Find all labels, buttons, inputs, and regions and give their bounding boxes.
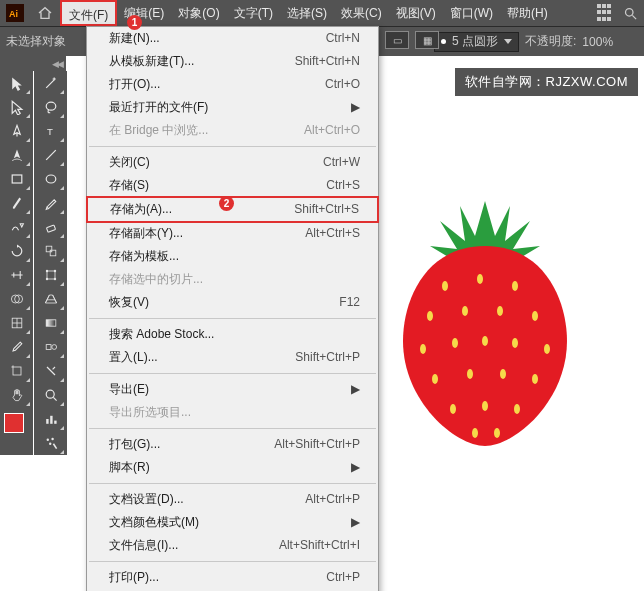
strawberry-artwork bbox=[385, 191, 585, 451]
menuitem-打开o[interactable]: 打开(O)...Ctrl+O bbox=[87, 73, 378, 96]
menu-separator bbox=[89, 428, 376, 429]
svg-point-53 bbox=[482, 401, 488, 411]
menuitem-打印p[interactable]: 打印(P)...Ctrl+P bbox=[87, 566, 378, 589]
tool-free-transform[interactable] bbox=[37, 263, 65, 287]
menuitem-存储副本y[interactable]: 存储副本(Y)...Alt+Ctrl+S bbox=[87, 222, 378, 245]
menuitem-最近打开的文件f[interactable]: 最近打开的文件(F)▶ bbox=[87, 96, 378, 119]
menuitem-文件信息i[interactable]: 文件信息(I)...Alt+Shift+Ctrl+I bbox=[87, 534, 378, 557]
menuitem-恢复v[interactable]: 恢复(V)F12 bbox=[87, 291, 378, 314]
fill-swatch[interactable] bbox=[2, 413, 32, 437]
menuitem-打包g[interactable]: 打包(G)...Alt+Shift+Ctrl+P bbox=[87, 433, 378, 456]
tool-pencil[interactable] bbox=[37, 191, 65, 215]
tool-rotate[interactable] bbox=[3, 239, 31, 263]
svg-point-24 bbox=[53, 278, 55, 280]
file-menu-dropdown: 新建(N)...Ctrl+N从模板新建(T)...Shift+Ctrl+N打开(… bbox=[86, 26, 379, 591]
menuitem-文档颜色模式m[interactable]: 文档颜色模式(M)▶ bbox=[87, 511, 378, 534]
tool-artboard[interactable] bbox=[3, 359, 31, 383]
tool-mesh[interactable] bbox=[3, 311, 31, 335]
tool-pen[interactable] bbox=[3, 119, 31, 143]
menuitem-从模板新建t[interactable]: 从模板新建(T)...Shift+Ctrl+N bbox=[87, 50, 378, 73]
menu-separator bbox=[89, 318, 376, 319]
menuitem-关闭c[interactable]: 关闭(C)Ctrl+W bbox=[87, 151, 378, 174]
svg-point-35 bbox=[49, 443, 51, 445]
selection-status: 未选择对象 bbox=[6, 33, 66, 50]
svg-point-21 bbox=[45, 270, 47, 272]
tool-column-graph[interactable] bbox=[37, 407, 65, 431]
menu-文件f[interactable]: 文件(F) bbox=[60, 0, 117, 26]
tool-hand[interactable] bbox=[3, 383, 31, 407]
svg-point-48 bbox=[432, 374, 438, 384]
menuitem-导出所选项目: 导出所选项目... bbox=[87, 401, 378, 424]
svg-point-43 bbox=[420, 344, 426, 354]
svg-rect-32 bbox=[54, 421, 56, 424]
svg-point-22 bbox=[53, 270, 55, 272]
tool-eyedropper[interactable] bbox=[3, 335, 31, 359]
menuitem-新建n[interactable]: 新建(N)...Ctrl+N bbox=[87, 27, 378, 50]
tool-slice[interactable] bbox=[37, 359, 65, 383]
tool-zoom[interactable] bbox=[37, 383, 65, 407]
workspace-switcher-icon[interactable] bbox=[597, 4, 615, 22]
menuitem-脚本r[interactable]: 脚本(R)▶ bbox=[87, 456, 378, 479]
toolbar-right: T bbox=[34, 71, 67, 455]
menu-窗口w[interactable]: 窗口(W) bbox=[443, 0, 500, 26]
menu-separator bbox=[89, 373, 376, 374]
menu-选择s[interactable]: 选择(S) bbox=[280, 0, 334, 26]
svg-point-39 bbox=[427, 311, 433, 321]
tool-shaper[interactable] bbox=[3, 215, 31, 239]
toolbar-collapse[interactable]: ◀◀ bbox=[0, 56, 66, 71]
menuitem-导出e[interactable]: 导出(E)▶ bbox=[87, 378, 378, 401]
svg-rect-19 bbox=[50, 250, 56, 256]
tool-direct-select[interactable] bbox=[3, 95, 31, 119]
tool-type[interactable]: T bbox=[37, 119, 65, 143]
tool-paintbrush[interactable] bbox=[3, 191, 31, 215]
menu-文字t[interactable]: 文字(T) bbox=[227, 0, 280, 26]
tool-shape-builder[interactable] bbox=[3, 287, 31, 311]
svg-point-54 bbox=[514, 404, 520, 414]
search-icon[interactable] bbox=[623, 6, 638, 21]
submenu-arrow-icon: ▶ bbox=[351, 381, 360, 398]
home-icon[interactable] bbox=[30, 0, 60, 26]
menuitem-存储s[interactable]: 存储(S)Ctrl+S bbox=[87, 174, 378, 197]
tool-perspective[interactable] bbox=[37, 287, 65, 311]
tool-blend[interactable] bbox=[37, 335, 65, 359]
arrange-icon[interactable]: ▦ bbox=[415, 31, 439, 49]
menu-效果c[interactable]: 效果(C) bbox=[334, 0, 389, 26]
watermark-text: 软件自学网：RJZXW.COM bbox=[455, 68, 639, 96]
tool-rectangle[interactable] bbox=[3, 167, 31, 191]
submenu-arrow-icon: ▶ bbox=[351, 99, 360, 116]
tool-eraser[interactable] bbox=[37, 215, 65, 239]
tool-selection[interactable] bbox=[3, 71, 31, 95]
stroke-profile-select[interactable]: 5 点圆形 bbox=[434, 32, 519, 52]
tool-symbol-sprayer[interactable] bbox=[37, 431, 65, 455]
menuitem-置入l[interactable]: 置入(L)...Shift+Ctrl+P bbox=[87, 346, 378, 369]
menuitem-搜索adobestock[interactable]: 搜索 Adobe Stock... bbox=[87, 323, 378, 346]
tool-ellipse[interactable] bbox=[37, 167, 65, 191]
svg-rect-31 bbox=[50, 416, 52, 424]
tool-lasso[interactable] bbox=[37, 95, 65, 119]
tool-width[interactable] bbox=[3, 263, 31, 287]
svg-point-50 bbox=[500, 369, 506, 379]
annotation-badge-2: 2 bbox=[219, 196, 234, 211]
stroke-profile-label: 5 点圆形 bbox=[452, 33, 498, 50]
menu-编辑e[interactable]: 编辑(E) bbox=[117, 0, 171, 26]
tool-curvature[interactable] bbox=[3, 143, 31, 167]
svg-rect-10 bbox=[13, 367, 21, 375]
tool-gradient[interactable] bbox=[37, 311, 65, 335]
svg-point-47 bbox=[544, 344, 550, 354]
tool-scale[interactable] bbox=[37, 239, 65, 263]
menuitem-存储为模板[interactable]: 存储为模板... bbox=[87, 245, 378, 268]
align-icon[interactable]: ▭ bbox=[385, 31, 409, 49]
app-logo-icon: Ai bbox=[0, 0, 30, 26]
menu-对象o[interactable]: 对象(O) bbox=[171, 0, 226, 26]
menuitem-文档设置d[interactable]: 文档设置(D)...Alt+Ctrl+P bbox=[87, 488, 378, 511]
svg-line-15 bbox=[46, 150, 56, 160]
svg-point-49 bbox=[467, 369, 473, 379]
svg-point-33 bbox=[46, 439, 48, 441]
tool-magic-wand[interactable] bbox=[37, 71, 65, 95]
menu-视图v[interactable]: 视图(V) bbox=[389, 0, 443, 26]
menuitem-在bridge中浏览: 在 Bridge 中浏览...Alt+Ctrl+O bbox=[87, 119, 378, 142]
tool-line[interactable] bbox=[37, 143, 65, 167]
menu-帮助h[interactable]: 帮助(H) bbox=[500, 0, 555, 26]
opacity-value: 100% bbox=[582, 35, 613, 49]
svg-point-46 bbox=[512, 338, 518, 348]
